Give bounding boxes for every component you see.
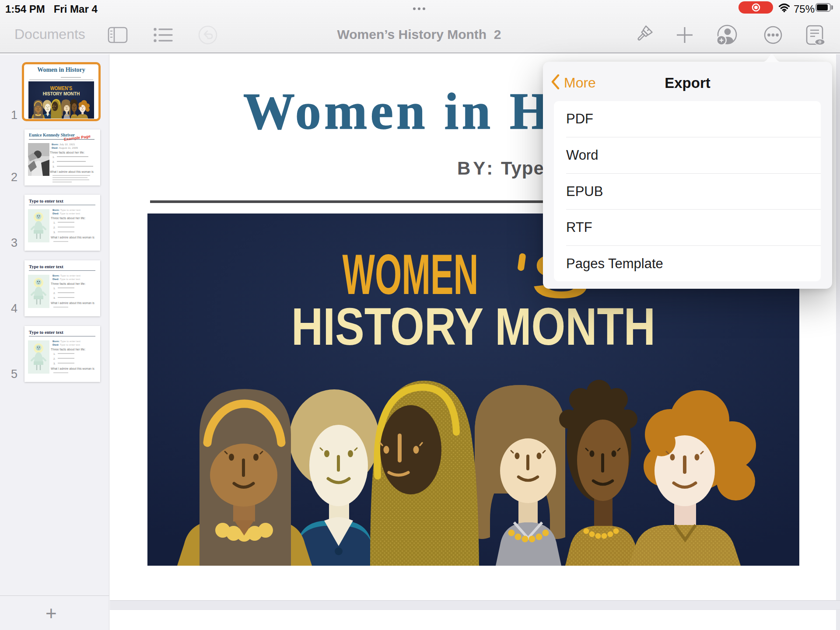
svg-text:HISTORY MONTH: HISTORY MONTH [291, 297, 655, 356]
svg-text:WOMEN’S: WOMEN’S [50, 85, 72, 91]
svg-text:HISTORY MONTH: HISTORY MONTH [43, 91, 80, 96]
